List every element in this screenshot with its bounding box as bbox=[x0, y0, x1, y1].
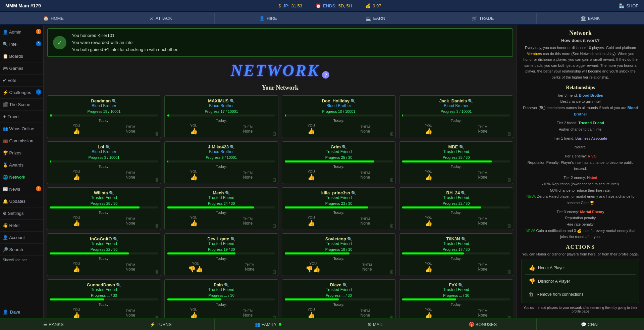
card-player-name[interactable]: Grim bbox=[331, 144, 341, 149]
card-delete-icon[interactable]: 🗑 bbox=[389, 223, 394, 228]
card-delete-icon[interactable]: 🗑 bbox=[155, 315, 159, 318]
card-player-name[interactable]: Lol bbox=[98, 144, 104, 149]
card-search-icon[interactable]: 🔍 bbox=[113, 237, 118, 241]
sidebar-item-challenges[interactable]: ⚡ Challenges 0 bbox=[0, 87, 43, 99]
show-hide-bar[interactable]: Show/Hide bar bbox=[0, 256, 43, 264]
card-search-icon[interactable]: 🔍 bbox=[342, 283, 347, 287]
bottom-bonuses[interactable]: 🎁 BONUSES bbox=[429, 319, 537, 330]
nav-hire[interactable]: 👤 HIRE bbox=[215, 13, 322, 23]
card-delete-icon[interactable]: 🗑 bbox=[155, 269, 159, 274]
sidebar-item-games[interactable]: 🎮 Games bbox=[0, 62, 43, 75]
card-delete-icon[interactable]: 🗑 bbox=[155, 177, 159, 182]
sidebar-item-travel[interactable]: ✈ Travel bbox=[0, 111, 43, 123]
card-delete-icon[interactable]: 🗑 bbox=[507, 223, 512, 228]
sidebar-item-boards[interactable]: 📋 Boards bbox=[0, 50, 43, 62]
card-delete-icon[interactable]: 🗑 bbox=[507, 131, 512, 136]
card-delete-icon[interactable]: 🗑 bbox=[389, 131, 394, 136]
bottom-chat[interactable]: 💬 CHAT bbox=[537, 319, 644, 330]
card-search-icon[interactable]: 🔍 bbox=[458, 283, 463, 287]
card-player-name[interactable]: MAXIMUS bbox=[208, 98, 228, 103]
card-player-name[interactable]: InCoGnItO bbox=[90, 236, 112, 241]
sidebar-item-account[interactable]: 👤 Account bbox=[0, 232, 43, 244]
sidebar-item-refer[interactable]: 👋 Refer bbox=[0, 220, 43, 232]
card-search-icon[interactable]: 🔍 bbox=[351, 191, 356, 195]
card-search-icon[interactable]: 🔍 bbox=[461, 237, 466, 241]
card-delete-icon[interactable]: 🗑 bbox=[155, 131, 159, 136]
card-delete-icon[interactable]: 🗑 bbox=[389, 177, 394, 182]
nav-trade[interactable]: 🛒 TRADE bbox=[429, 13, 537, 23]
card-player-name[interactable]: FoX bbox=[449, 282, 458, 287]
sidebar-item-awards[interactable]: 🥇 Awards bbox=[0, 159, 43, 171]
nav-bank[interactable]: 🏦 BANK bbox=[537, 13, 644, 23]
card-search-icon[interactable]: 🔍 bbox=[347, 237, 352, 241]
bottom-mail[interactable]: ✉ MAIL bbox=[322, 319, 429, 330]
card-player-name[interactable]: Doc_Holliday bbox=[322, 98, 350, 103]
sidebar-item-settings[interactable]: ⚙ Settings bbox=[0, 207, 43, 220]
card-player-name[interactable]: Mech bbox=[213, 190, 224, 195]
card-delete-icon[interactable]: 🗑 bbox=[507, 315, 512, 318]
card-delete-icon[interactable]: 🗑 bbox=[389, 315, 394, 318]
card-delete-icon[interactable]: 🗑 bbox=[272, 177, 277, 182]
card-search-icon[interactable]: 🔍 bbox=[230, 99, 235, 103]
card-search-icon[interactable]: 🔍 bbox=[116, 283, 121, 287]
card-player-name[interactable]: Sovietcop bbox=[325, 236, 346, 241]
dishonor-player-button[interactable]: 👎 Dishonor A Player bbox=[525, 276, 636, 286]
card-player-name[interactable]: MBE bbox=[448, 144, 458, 149]
card-player-name[interactable]: Deadman bbox=[91, 98, 111, 103]
card-search-icon[interactable]: 🔍 bbox=[342, 145, 347, 149]
card-search-icon[interactable]: 🔍 bbox=[105, 145, 110, 149]
sidebar-user[interactable]: 👤 Dave bbox=[0, 306, 43, 318]
card-delete-icon[interactable]: 🗑 bbox=[272, 315, 277, 318]
card-player-name[interactable]: Pain bbox=[214, 282, 223, 287]
sidebar-item-search[interactable]: 🔎 Search bbox=[0, 244, 43, 256]
card-search-icon[interactable]: 🔍 bbox=[112, 99, 117, 103]
card-player-name[interactable]: T0K3N bbox=[446, 236, 460, 241]
card-search-icon[interactable]: 🔍 bbox=[459, 145, 464, 149]
sidebar-item-news[interactable]: 📰 News 1 bbox=[0, 183, 43, 195]
nav-attack[interactable]: ⚔ ATTACK bbox=[107, 13, 215, 23]
sidebar-item-prizes[interactable]: 🏆 Prizes bbox=[0, 147, 43, 159]
card-search-icon[interactable]: 🔍 bbox=[461, 191, 466, 195]
card-player-name[interactable]: Blaze bbox=[330, 282, 341, 287]
network-card: Doc_Holliday 🔍 Blood Brother Progress 10… bbox=[282, 95, 396, 138]
card-player-name[interactable]: Willsta bbox=[94, 190, 108, 195]
them-action: None bbox=[360, 221, 370, 226]
card-player-name[interactable]: Devil_gate bbox=[207, 236, 229, 241]
bottom-family[interactable]: 👥 FAMILY bbox=[215, 319, 322, 330]
card-player-name[interactable]: RH_24 bbox=[446, 190, 460, 195]
remove-connection-button[interactable]: 🗑 Remove from connections bbox=[525, 289, 636, 299]
card-delete-icon[interactable]: 🗑 bbox=[155, 223, 159, 228]
sidebar-item-vote[interactable]: ✔ Vote bbox=[0, 75, 43, 87]
card-search-icon[interactable]: 🔍 bbox=[224, 283, 229, 287]
card-search-icon[interactable]: 🔍 bbox=[225, 191, 230, 195]
card-delete-icon[interactable]: 🗑 bbox=[507, 177, 512, 182]
sidebar-item-admin[interactable]: 👤 Admin 1 bbox=[0, 26, 43, 38]
card-search-icon[interactable]: 🔍 bbox=[468, 99, 473, 103]
card-player-name[interactable]: killa_princ3ss bbox=[321, 190, 350, 195]
card-search-icon[interactable]: 🔍 bbox=[351, 99, 356, 103]
shop-button[interactable]: 🏪 SHOP bbox=[619, 3, 639, 8]
sidebar-item-commission[interactable]: 💼 Commission bbox=[0, 135, 43, 147]
sidebar-item-intel[interactable]: 🔍 Intel 0 bbox=[0, 38, 43, 50]
card-delete-icon[interactable]: 🗑 bbox=[507, 269, 512, 274]
card-delete-icon[interactable]: 🗑 bbox=[389, 269, 394, 274]
sidebar-item-network[interactable]: 🌐 Network bbox=[0, 171, 43, 183]
honor-player-button[interactable]: 👍 Honor A Player bbox=[525, 263, 636, 273]
sidebar-item-the-scene[interactable]: 🎬 The Scene bbox=[0, 99, 43, 111]
card-player-name[interactable]: Jack_Daniels bbox=[439, 98, 467, 103]
card-player-name[interactable]: J-Mike423 bbox=[208, 144, 229, 149]
nav-home[interactable]: 🏠 HOME bbox=[0, 13, 107, 23]
card-search-icon[interactable]: 🔍 bbox=[230, 145, 235, 149]
nav-earn[interactable]: 💻 EARN bbox=[322, 13, 429, 23]
bottom-turns[interactable]: ⚡ TURNS bbox=[107, 319, 215, 330]
card-delete-icon[interactable]: 🗑 bbox=[272, 131, 277, 136]
card-delete-icon[interactable]: 🗑 bbox=[272, 223, 277, 228]
help-icon[interactable]: ? bbox=[322, 71, 329, 79]
card-player-name[interactable]: GunnedDown bbox=[87, 282, 115, 287]
sidebar-item-whos-online[interactable]: 👥 Whos Online bbox=[0, 123, 43, 135]
card-search-icon[interactable]: 🔍 bbox=[230, 237, 235, 241]
card-delete-icon[interactable]: 🗑 bbox=[272, 269, 277, 274]
sidebar-item-updates[interactable]: 🔔 Updates bbox=[0, 195, 43, 207]
bottom-ranks[interactable]: ☰ RANKS bbox=[0, 319, 107, 330]
card-search-icon[interactable]: 🔍 bbox=[109, 191, 114, 195]
